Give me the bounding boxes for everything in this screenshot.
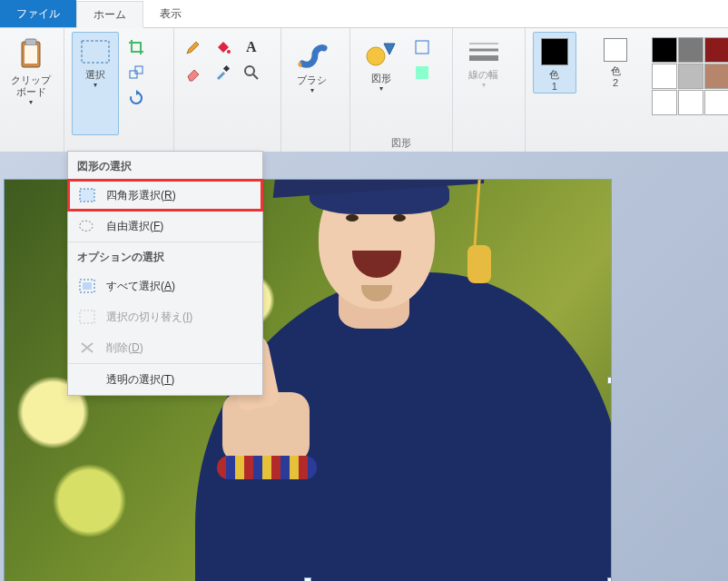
group-tools: A (174, 28, 281, 152)
outline-button[interactable] (410, 37, 434, 57)
select-all-icon (77, 276, 97, 296)
pencil-button[interactable] (182, 37, 205, 57)
resize-button[interactable] (124, 63, 148, 83)
text-icon: A (246, 39, 257, 55)
palette-swatch[interactable] (678, 64, 703, 89)
rotate-button[interactable] (124, 88, 148, 108)
palette-swatch[interactable] (652, 37, 677, 63)
color1-label: 色1 (549, 69, 559, 93)
palette-swatch[interactable] (652, 64, 677, 89)
tab-file[interactable]: ファイル (0, 0, 76, 27)
tab-strip: ファイル ホーム 表示 (0, 0, 728, 28)
crop-icon (128, 39, 144, 55)
palette-swatch[interactable] (678, 37, 703, 63)
clipboard-button[interactable]: クリップボード ▾ (7, 32, 54, 107)
color-palette (652, 32, 728, 113)
palette-swatch[interactable] (652, 90, 677, 115)
select-dropdown: 図形の選択 四角形選択(R) 自由選択(F) オプションの選択 すべて選択(A)… (67, 151, 263, 396)
picker-button[interactable] (211, 63, 234, 83)
select-label: 選択 (85, 69, 105, 81)
chevron-down-icon: ▾ (379, 84, 383, 93)
shapes-button[interactable]: 図形 ▾ (358, 32, 405, 94)
brushes-label: ブラシ (297, 74, 327, 86)
tools: A (182, 32, 273, 83)
checkbox-empty-icon (77, 369, 97, 389)
menu-rectangular-select[interactable]: 四角形選択(R) (68, 180, 262, 211)
svg-rect-15 (80, 189, 94, 202)
menu-label: 透明の選択(T) (106, 372, 174, 388)
outline-icon (414, 39, 430, 55)
resize-handle-se[interactable] (607, 577, 612, 581)
color1-swatch (541, 38, 568, 65)
shapes-label: 図形 (371, 73, 391, 84)
svg-rect-5 (135, 66, 143, 74)
color2-swatch (604, 38, 627, 62)
palette-swatch[interactable] (704, 90, 728, 115)
svg-rect-1 (25, 39, 36, 45)
svg-rect-18 (80, 310, 94, 323)
pencil-icon (184, 38, 202, 56)
menu-label: 四角形選択(R) (106, 188, 176, 203)
menu-label: すべて選択(A) (106, 279, 175, 294)
svg-rect-7 (223, 65, 230, 72)
group-stroke: 線の幅 ▾ (453, 28, 526, 152)
group-brushes: ブラシ ▾ (281, 28, 351, 152)
dropdown-section-options: オプションの選択 (68, 242, 262, 271)
stroke-width-label: 線の幅 (468, 69, 498, 81)
shapes-icon (364, 38, 398, 69)
svg-rect-17 (83, 282, 92, 290)
palette-swatch[interactable] (678, 90, 703, 115)
chevron-down-icon: ▾ (310, 86, 314, 94)
svg-rect-2 (25, 45, 37, 64)
eyedropper-icon (213, 64, 231, 82)
group-color2: 色2 (587, 28, 644, 152)
menu-delete: 削除(D) (68, 332, 262, 363)
color2-button[interactable]: 色2 (595, 32, 636, 90)
rect-select-icon (77, 185, 97, 205)
palette-swatch[interactable] (704, 37, 728, 63)
delete-icon (77, 338, 97, 358)
chevron-down-icon: ▾ (93, 81, 97, 89)
select-rect-icon (79, 38, 112, 65)
shape-tools (410, 32, 432, 94)
svg-rect-4 (130, 71, 137, 78)
clipboard-icon (17, 38, 44, 71)
resize-handle-e[interactable] (607, 377, 612, 384)
menu-freeform-select[interactable]: 自由選択(F) (68, 211, 262, 241)
palette-swatch[interactable] (704, 64, 728, 89)
image-tools (124, 32, 148, 135)
eraser-button[interactable] (182, 63, 205, 83)
shapes-group-label: 図形 (350, 136, 452, 150)
menu-label: 自由選択(F) (106, 219, 163, 234)
menu-label: 削除(D) (106, 340, 143, 356)
zoom-icon (242, 64, 261, 82)
group-palette (644, 28, 728, 152)
magnifier-button[interactable] (240, 63, 263, 83)
brushes-button[interactable]: ブラシ ▾ (289, 32, 336, 95)
menu-select-all[interactable]: すべて選択(A) (68, 271, 262, 301)
menu-label: 選択の切り替え(I) (106, 310, 192, 325)
select-button[interactable]: 選択 ▾ (72, 32, 119, 135)
fill-button[interactable] (211, 37, 234, 57)
shape-fill-button[interactable] (410, 63, 434, 83)
crop-button[interactable] (124, 37, 148, 57)
color1-button[interactable]: 色1 (533, 32, 576, 94)
text-button[interactable]: A (240, 37, 263, 57)
menu-transparent-selection[interactable]: 透明の選択(T) (68, 364, 262, 395)
chevron-down-icon: ▾ (482, 81, 486, 89)
menu-invert-selection: 選択の切り替え(I) (68, 301, 262, 332)
color2-label: 色2 (611, 65, 621, 89)
svg-rect-10 (416, 41, 428, 54)
bucket-icon (213, 38, 231, 56)
stroke-width-button[interactable]: 線の幅 ▾ (460, 32, 507, 90)
tab-view[interactable]: 表示 (143, 0, 198, 27)
svg-point-8 (245, 66, 254, 75)
group-shapes: 図形 ▾ 図形 (350, 28, 453, 152)
freeform-select-icon (77, 216, 97, 236)
resize-handle-s[interactable] (304, 577, 311, 581)
invert-icon (77, 307, 97, 327)
svg-rect-11 (416, 66, 428, 79)
tab-home[interactable]: ホーム (76, 1, 143, 28)
brush-icon (295, 38, 330, 71)
svg-point-9 (367, 47, 385, 65)
